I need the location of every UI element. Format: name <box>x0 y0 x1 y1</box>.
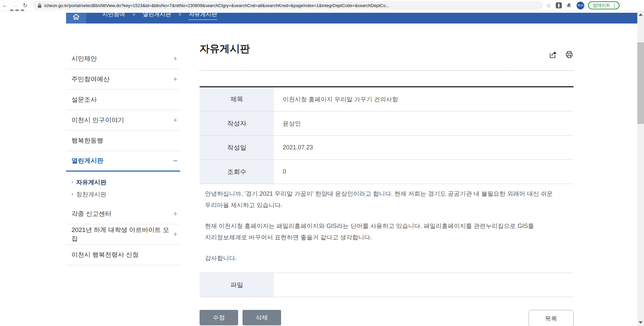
action-buttons: 수정 삭제 목록 <box>200 310 574 326</box>
sidebar-subitem-praise-board[interactable]: · 칭찬게시판 <box>71 188 180 200</box>
pinned-extension-icon[interactable] <box>556 2 562 8</box>
sidebar-item-label: 이천시 행복전령사 신청 <box>71 250 139 259</box>
bullet-icon: · <box>71 179 73 186</box>
sidebar-item-label: 시민제안 <box>71 54 97 63</box>
post-paragraph: 현재 이천시청 홈페이지는 패밀리홈페이지와 GIS라는 단어를 사용하고 있습… <box>205 220 568 243</box>
title-actions <box>549 50 574 59</box>
plus-icon[interactable]: + <box>173 230 177 239</box>
sidebar-item-label: 각종 신고센터 <box>71 209 111 218</box>
list-button[interactable]: 목록 <box>529 310 574 326</box>
sidebar-item-survey[interactable]: 설문조사 <box>66 90 180 110</box>
field-value: 2021.07.23 <box>274 136 574 159</box>
bullet-icon: · <box>71 191 73 198</box>
sidebar-item-label: 2021년 하계 대학생 아르바이트 모집 <box>71 226 173 243</box>
page-title: 자유게시판 <box>200 41 574 56</box>
table-row-file: 파일 <box>200 273 574 297</box>
field-label: 조회수 <box>200 160 274 184</box>
edit-button[interactable]: 수정 <box>200 310 238 325</box>
post-body-line: 우리마을 제시하고 있습니다. <box>205 199 568 211</box>
forward-icon[interactable]: → <box>10 2 20 9</box>
sidebar-submenu: · 자유게시판 · 칭찬게시판 <box>66 172 180 204</box>
extension-glyph <box>558 4 559 7</box>
clipped-header-fragment <box>15 9 19 11</box>
print-icon[interactable] <box>565 50 574 59</box>
sidebar-item-label: 이천시 인구이야기 <box>71 116 124 125</box>
field-label: 제목 <box>200 87 274 111</box>
profile-avatar[interactable]: 하이 <box>577 2 584 9</box>
sidebar-item-happiness-messenger[interactable]: 이천시 행복전령사 신청 <box>66 245 180 265</box>
minus-icon[interactable]: − <box>173 156 177 165</box>
plus-icon[interactable]: + <box>173 54 177 63</box>
chevron-right-icon: > <box>178 13 181 18</box>
sidebar-menu: 시민제안 + 주민참여예산 + 설문조사 이천시 인구이야기 + 행복한동행 열… <box>66 49 180 265</box>
scrollbar-thumb[interactable] <box>637 42 644 124</box>
breadcrumb-bar: 시민참여 > 열린게시판 > 자유게시판 <box>66 13 637 24</box>
main-content: 자유게시판 제목 이천시청 홈페이지 우리말 가꾸기 건의사항 작성자 윤상인 <box>200 35 574 326</box>
post-detail-table: 제목 이천시청 홈페이지 우리말 가꾸기 건의사항 작성자 윤상인 작성일 20… <box>200 86 574 297</box>
home-button[interactable] <box>66 13 86 24</box>
sidebar-subitem-label: 자유게시판 <box>76 178 106 186</box>
scrollbar[interactable] <box>637 11 644 326</box>
home-icon <box>72 13 80 22</box>
post-body: 안녕하십니까, '경기 2021 우리말 가꿈이' 한양대 윤상인이라고 합니다… <box>200 184 574 273</box>
sidebar-subitem-free-board[interactable]: · 자유게시판 <box>71 176 180 188</box>
sidebar-item-report-center[interactable]: 각종 신고센터 + <box>66 204 180 224</box>
scroll-up-icon[interactable] <box>639 13 643 16</box>
browser-toolbar: ← → ↻ icheon.go.kr/portal/selectBbsNttVi… <box>0 0 644 11</box>
delete-button[interactable]: 삭제 <box>243 310 281 325</box>
post-body-line: 안녕하십니까, '경기 2021 우리말 가꿈이' 한양대 윤상인이라고 합니다… <box>205 188 568 199</box>
field-value <box>274 273 574 297</box>
lock-icon <box>38 3 42 8</box>
sidebar-item-parttime-recruit[interactable]: 2021년 하계 대학생 아르바이트 모집 + <box>66 224 180 245</box>
sidebar-item-open-board[interactable]: 열린게시판 − <box>66 151 180 172</box>
sidebar-item-citizen-proposal[interactable]: 시민제안 + <box>66 49 180 69</box>
sidebar-subitem-label: 칭찬게시판 <box>76 190 106 198</box>
table-row-date: 작성일 2021.07.23 <box>200 136 574 160</box>
reload-icon[interactable]: ↻ <box>20 2 30 9</box>
post-paragraph: 감사합니다. <box>205 252 568 264</box>
update-button[interactable]: 업데이트 ⋮ <box>588 1 620 9</box>
browser-menu-icon[interactable]: ⋮ <box>612 3 617 8</box>
post-paragraph: 안녕하십니까, '경기 2021 우리말 가꿈이' 한양대 윤상인이라고 합니다… <box>205 188 568 211</box>
field-value: 0 <box>274 160 574 184</box>
post-body-line: 감사합니다. <box>205 252 568 264</box>
chevron-right-icon: > <box>132 13 135 18</box>
plus-icon[interactable]: + <box>173 116 177 125</box>
url-bar[interactable]: icheon.go.kr/portal/selectBbsNttView.do?… <box>33 1 543 10</box>
table-row-views: 조회수 0 <box>200 160 574 184</box>
breadcrumb-item-free-board[interactable]: 자유게시판 <box>189 13 217 20</box>
breadcrumb-item-participation[interactable]: 시민참여 <box>102 13 125 18</box>
sidebar-item-label: 주민참여예산 <box>71 75 110 84</box>
post-body-line: 지리정보체계로 바꾸어서 표현하면 좋을거 같다고 생각합니다. <box>205 232 568 243</box>
field-label: 파일 <box>200 273 274 297</box>
clipped-header-fragment <box>21 9 24 11</box>
sidebar-item-happy-companion[interactable]: 행복한동행 <box>66 131 180 151</box>
breadcrumb-item-open-board[interactable]: 열린게시판 <box>143 13 171 18</box>
share-icon[interactable] <box>549 50 557 59</box>
table-row-title: 제목 이천시청 홈페이지 우리말 가꾸기 건의사항 <box>200 87 574 111</box>
sidebar-item-label: 열린게시판 <box>71 156 103 165</box>
sidebar-item-population-story[interactable]: 이천시 인구이야기 + <box>66 110 180 131</box>
screen: ← → ↻ icheon.go.kr/portal/selectBbsNttVi… <box>0 0 644 326</box>
field-label: 작성일 <box>200 136 274 159</box>
field-value: 이천시청 홈페이지 우리말 가꾸기 건의사항 <box>274 87 574 111</box>
url-text: icheon.go.kr/portal/selectBbsNttView.do?… <box>44 3 389 8</box>
clipped-header-fragment <box>10 9 13 11</box>
sidebar-item-label: 행복한동행 <box>71 136 103 145</box>
scroll-down-icon[interactable] <box>639 321 643 324</box>
back-icon[interactable]: ← <box>0 2 10 9</box>
post-body-line: 현재 이천시청 홈페이지는 패밀리홈페이지와 GIS라는 단어를 사용하고 있습… <box>205 220 568 232</box>
plus-icon[interactable]: + <box>173 209 177 218</box>
sidebar-item-label: 설문조사 <box>71 95 97 104</box>
table-row-author: 작성자 윤상인 <box>200 111 574 136</box>
bookmark-star-icon[interactable]: ☆ <box>546 2 551 9</box>
update-button-label: 업데이트 <box>593 2 610 8</box>
dotted-divider <box>200 70 574 71</box>
sidebar-item-resident-budget[interactable]: 주민참여예산 + <box>66 69 180 90</box>
field-label: 작성자 <box>200 111 274 135</box>
field-value: 윤상인 <box>274 111 574 135</box>
plus-icon[interactable]: + <box>173 75 177 84</box>
breadcrumb: 시민참여 > 열린게시판 > 자유게시판 <box>86 13 217 24</box>
extensions-puzzle-icon[interactable] <box>566 2 572 9</box>
